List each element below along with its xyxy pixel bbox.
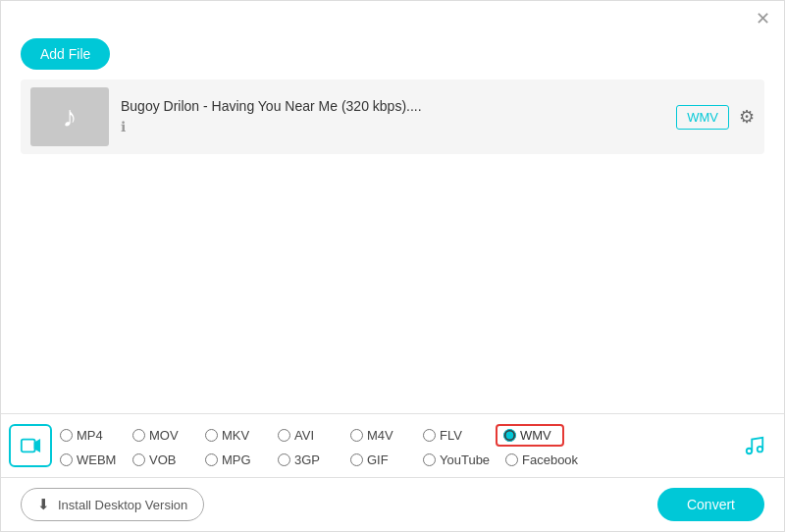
close-button[interactable]: ✕ (753, 9, 772, 28)
format-mpg[interactable]: MPG (205, 452, 274, 467)
format-webm[interactable]: WEBM (60, 452, 129, 467)
format-bar: MP4 MOV MKV AVI M4V FLV (1, 413, 784, 477)
file-actions: WMV ⚙ (676, 105, 755, 130)
format-facebook[interactable]: Facebook (505, 452, 584, 467)
file-info: Bugoy Drilon - Having You Near Me (320 k… (109, 98, 676, 135)
svg-point-2 (747, 449, 753, 454)
install-label: Install Desktop Version (58, 498, 187, 512)
format-avi[interactable]: AVI (278, 428, 346, 443)
file-item: ♪ Bugoy Drilon - Having You Near Me (320… (21, 80, 764, 154)
format-flv[interactable]: FLV (423, 428, 492, 443)
format-row-2: WEBM VOB MPG 3GP GIF YouTube (60, 452, 725, 467)
add-file-button[interactable]: Add File (21, 38, 110, 70)
format-mp4[interactable]: MP4 (60, 428, 129, 443)
file-thumbnail: ♪ (30, 87, 109, 146)
video-format-icon-box (1, 424, 60, 467)
convert-button[interactable]: Convert (657, 488, 764, 521)
format-row-1: MP4 MOV MKV AVI M4V FLV (60, 424, 725, 447)
action-bar: ⬇ Install Desktop Version Convert (1, 477, 784, 531)
info-icon[interactable]: ℹ (121, 119, 126, 134)
format-mov[interactable]: MOV (132, 428, 201, 443)
format-badge[interactable]: WMV (676, 105, 729, 130)
toolbar: Add File (1, 32, 784, 80)
svg-marker-1 (35, 441, 40, 452)
format-youtube[interactable]: YouTube (423, 452, 501, 467)
title-bar: ✕ (1, 1, 784, 32)
format-options: MP4 MOV MKV AVI M4V FLV (60, 424, 725, 467)
format-wmv[interactable]: WMV (496, 424, 564, 447)
file-name: Bugoy Drilon - Having You Near Me (320 k… (121, 98, 664, 114)
video-icon (9, 424, 52, 467)
format-vob[interactable]: VOB (132, 452, 201, 467)
format-gif[interactable]: GIF (350, 452, 419, 467)
audio-icon-box (725, 435, 784, 456)
install-desktop-button[interactable]: ⬇ Install Desktop Version (21, 488, 204, 521)
file-list: ♪ Bugoy Drilon - Having You Near Me (320… (1, 80, 784, 413)
format-m4v[interactable]: M4V (350, 428, 419, 443)
settings-icon[interactable]: ⚙ (739, 106, 755, 128)
svg-rect-0 (22, 440, 35, 452)
svg-point-3 (758, 447, 763, 452)
music-icon: ♪ (63, 100, 78, 133)
format-mkv[interactable]: MKV (205, 428, 274, 443)
format-3gp[interactable]: 3GP (278, 452, 346, 467)
download-icon: ⬇ (37, 496, 50, 513)
